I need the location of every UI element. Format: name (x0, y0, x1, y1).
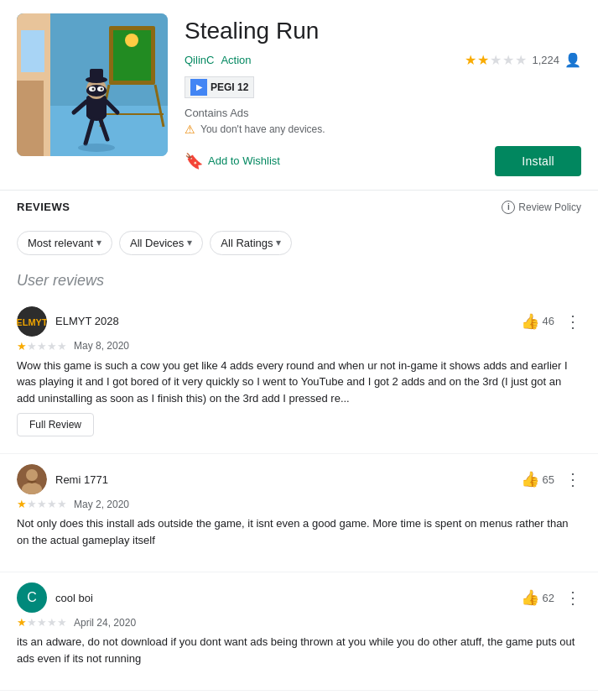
star-1: ★ (465, 52, 476, 68)
thumbs-up-remi[interactable]: 👍 65 (521, 470, 554, 488)
rstar-1: ★ (17, 498, 27, 510)
review-card-elmyt: ELMYT ELMYT 2028 👍 46 ⋮ ★ ★ ★ ★ ★ May 8,… (0, 300, 598, 451)
action-row: 🔖 Add to Wishlist Install (185, 146, 581, 176)
rstar-2: ★ (27, 616, 37, 629)
review-text-coolboi: its an adware, do not download if you do… (17, 634, 581, 666)
rstar-3: ★ (37, 616, 47, 629)
review-date-remi: May 2, 2020 (74, 499, 129, 510)
rating-row: ★ ★ ★ ★ ★ 1,224 👤 (465, 52, 581, 68)
svg-text:ELMYT: ELMYT (17, 317, 47, 327)
rstar-4: ★ (47, 616, 57, 629)
reviewer-name-coolboi: cool boi (55, 592, 93, 604)
rstar-1: ★ (17, 616, 27, 629)
app-icon (17, 13, 168, 156)
thumbs-up-icon: 👍 (521, 312, 539, 331)
rstar-4: ★ (47, 498, 57, 510)
review-stars-remi: ★ ★ ★ ★ ★ (17, 498, 67, 510)
svg-rect-8 (126, 47, 138, 62)
app-category[interactable]: Action (221, 54, 251, 66)
avatar-coolboi: C (17, 582, 47, 613)
warning-icon: ⚠ (185, 123, 195, 136)
review-text-elmyt: Wow this game is such a cow you get like… (17, 358, 581, 407)
review-rating-elmyt: ★ ★ ★ ★ ★ May 8, 2020 (17, 340, 581, 353)
svg-point-26 (78, 144, 115, 152)
star-5: ★ (515, 52, 527, 68)
app-meta-row: QilinC Action ★ ★ ★ ★ ★ 1,224 👤 (185, 52, 581, 68)
reviewer-info: ELMYT ELMYT 2028 (17, 306, 119, 337)
reviewer-info-remi: Remi 1771 (17, 464, 108, 494)
thumbs-up-coolboi[interactable]: 👍 62 (521, 588, 554, 607)
full-review-button[interactable]: Full Review (17, 413, 94, 436)
filter-all-devices-label: All Devices (130, 237, 184, 249)
review-actions-remi: 👍 65 ⋮ (521, 469, 581, 489)
svg-rect-23 (90, 69, 103, 81)
rating-person-icon: 👤 (564, 52, 581, 68)
app-title: Stealing Run (185, 17, 581, 45)
review-top-remi: Remi 1771 👍 65 ⋮ (17, 464, 581, 494)
filter-all-ratings[interactable]: All Ratings ▾ (210, 231, 292, 255)
review-date-elmyt: May 8, 2020 (74, 340, 129, 352)
app-header: Stealing Run QilinC Action ★ ★ ★ ★ ★ 1,2… (0, 0, 598, 186)
rstar-4: ★ (47, 340, 57, 353)
review-stars-elmyt: ★ ★ ★ ★ ★ (17, 340, 67, 353)
wishlist-button[interactable]: 🔖 Add to Wishlist (185, 152, 280, 170)
review-policy-button[interactable]: i Review Policy (502, 201, 581, 214)
svg-point-21 (101, 88, 103, 91)
rstar-5: ★ (57, 616, 67, 629)
divider-2 (0, 572, 598, 572)
thumbs-up-elmyt[interactable]: 👍 46 (521, 312, 554, 331)
review-actions-coolboi: 👍 62 ⋮ (521, 588, 581, 608)
star-3: ★ (490, 52, 502, 68)
more-options-icon-elmyt[interactable]: ⋮ (564, 311, 581, 332)
review-card-remi: Remi 1771 👍 65 ⋮ ★ ★ ★ ★ ★ May 2, 2020 N… (0, 457, 598, 568)
svg-point-7 (125, 34, 138, 47)
review-rating-coolboi: ★ ★ ★ ★ ★ April 24, 2020 (17, 616, 581, 629)
thumbs-up-icon: 👍 (521, 588, 539, 607)
pegi-icon: ▶ (190, 79, 207, 96)
warning-row: ⚠ You don't have any devices. (185, 123, 581, 136)
likes-count-coolboi: 62 (543, 592, 554, 604)
thumbs-up-icon: 👍 (521, 470, 539, 488)
review-top: ELMYT ELMYT 2028 👍 46 ⋮ (17, 306, 581, 337)
filter-all-devices[interactable]: All Devices ▾ (119, 231, 203, 255)
review-stars-coolboi: ★ ★ ★ ★ ★ (17, 616, 67, 629)
review-top-coolboi: C cool boi 👍 62 ⋮ (17, 582, 581, 613)
svg-point-17 (86, 85, 107, 97)
chevron-down-icon: ▾ (276, 237, 281, 248)
more-options-icon-remi[interactable]: ⋮ (564, 469, 581, 489)
rstar-1: ★ (17, 340, 27, 353)
filter-most-relevant[interactable]: Most relevant ▾ (17, 231, 112, 255)
rstar-2: ★ (27, 340, 37, 353)
avatar-remi (17, 464, 47, 494)
reviewer-info-coolboi: C cool boi (17, 582, 93, 613)
divider-1 (0, 453, 598, 454)
reviewer-name-remi: Remi 1771 (55, 473, 108, 486)
warning-text: You don't have any devices. (200, 123, 325, 135)
pegi-row: ▶ PEGI 12 (185, 76, 581, 98)
install-button[interactable]: Install (495, 146, 581, 176)
review-date-coolboi: April 24, 2020 (74, 617, 136, 629)
reviews-section-title: REVIEWS (17, 201, 70, 213)
contains-ads: Contains Ads (185, 107, 581, 119)
rstar-5: ★ (57, 498, 67, 510)
review-card-coolboi: C cool boi 👍 62 ⋮ ★ ★ ★ ★ ★ April 24, 20… (0, 576, 598, 687)
filter-row: Most relevant ▾ All Devices ▾ All Rating… (0, 224, 598, 265)
rating-count: 1,224 (532, 54, 559, 66)
star-4: ★ (502, 52, 514, 68)
svg-point-20 (92, 88, 95, 91)
reviewer-name-elmyt: ELMYT 2028 (55, 315, 119, 327)
app-publisher[interactable]: QilinC (185, 54, 214, 66)
likes-count-remi: 65 (543, 473, 554, 486)
chevron-down-icon: ▾ (96, 237, 101, 248)
review-rating-remi: ★ ★ ★ ★ ★ May 2, 2020 (17, 498, 581, 510)
info-icon: i (502, 201, 515, 214)
app-info-panel: Stealing Run QilinC Action ★ ★ ★ ★ ★ 1,2… (185, 13, 581, 176)
wishlist-icon: 🔖 (185, 152, 203, 170)
review-actions: 👍 46 ⋮ (521, 311, 581, 332)
divider-3 (0, 690, 598, 691)
star-2: ★ (477, 52, 489, 68)
svg-rect-3 (21, 30, 44, 72)
svg-rect-4 (17, 81, 44, 156)
more-options-icon-coolboi[interactable]: ⋮ (564, 588, 581, 608)
star-rating: ★ ★ ★ ★ ★ (465, 52, 527, 68)
